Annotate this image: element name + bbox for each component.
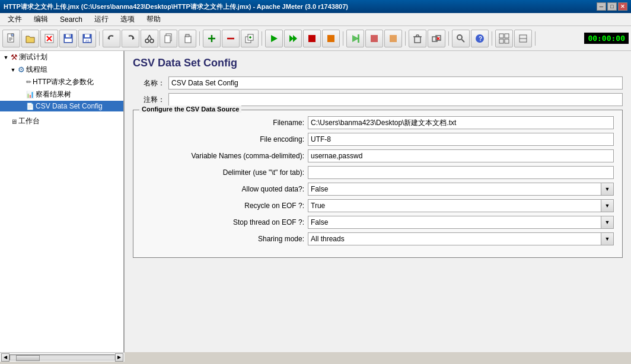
varnames-label: Variable Names (comma-delimited): (142, 152, 308, 160)
filename-row: Filename: (142, 116, 614, 129)
stopthread-dropdown-arrow[interactable]: ▼ (601, 216, 614, 229)
sep6 (448, 31, 449, 46)
sep7 (492, 31, 492, 46)
recycle-row: Recycle on EOF ?: True ▼ (142, 199, 614, 212)
name-input[interactable] (168, 76, 623, 90)
menu-file[interactable]: 文件 (2, 12, 27, 26)
stop-button[interactable] (303, 30, 321, 47)
sharing-select-wrap: All threads ▼ (308, 232, 614, 245)
expand-icon-ws (2, 118, 9, 125)
undo-button[interactable] (103, 30, 120, 47)
sep5 (405, 31, 406, 46)
name-row: 名称： (133, 76, 623, 90)
recycle-dropdown-arrow[interactable]: ▼ (601, 199, 614, 212)
clear-all-button[interactable] (428, 30, 445, 47)
menu-search[interactable]: Search (55, 14, 88, 25)
quoted-select-wrap: False ▼ (308, 183, 614, 196)
scroll-right-btn[interactable]: ▶ (115, 353, 123, 362)
tree-item-workspace[interactable]: 🖥 工作台 (0, 115, 123, 127)
tree-label-http-params: HTTP请求之参数化 (33, 77, 94, 87)
horizontal-scrollbar[interactable]: ◀ ▶ (0, 352, 125, 362)
open-button[interactable] (21, 30, 39, 47)
svg-rect-57 (505, 39, 509, 43)
scroll-left-btn[interactable]: ◀ (1, 353, 9, 362)
help-toolbar-button[interactable]: ? (471, 30, 489, 47)
window-title: HTTP请求之文件上传.jmx (C:\Users\banma423\Deskt… (4, 2, 597, 11)
tree-item-csv-config[interactable]: 📄 CSV Data Set Config (0, 101, 123, 111)
quoted-label: Allow quoted data?: (142, 185, 308, 193)
svg-rect-55 (505, 34, 509, 38)
svg-rect-24 (186, 34, 189, 37)
remote-start-button[interactable] (346, 30, 364, 47)
main-layout: ▼ ⚒ 测试计划 ▼ ⚙ 线程组 ✏ HTTP请求之参数化 📊 察看结果树 📄 … (0, 51, 631, 352)
svg-text:?: ? (479, 36, 482, 42)
new-button[interactable] (2, 30, 20, 47)
expand-icon-2[interactable]: ▼ (9, 66, 17, 74)
paste-button[interactable] (179, 30, 196, 47)
start-no-pause-button[interactable] (284, 30, 302, 47)
scroll-thumb[interactable] (16, 355, 40, 361)
minimize-button[interactable]: ─ (597, 2, 606, 11)
stopthread-value: False (308, 216, 601, 229)
save-button[interactable] (59, 30, 77, 47)
duplicate-button[interactable] (241, 30, 259, 47)
svg-rect-54 (499, 34, 503, 38)
varnames-input[interactable] (308, 149, 614, 162)
cut-button[interactable] (141, 30, 158, 47)
add-button[interactable] (203, 30, 221, 47)
menu-run[interactable]: 运行 (89, 12, 114, 26)
section-legend: Configure the CSV Data Source (139, 106, 241, 113)
filename-label: Filename: (142, 119, 308, 127)
config-panel: CSV Data Set Config 名称： 注释： Configure th… (125, 51, 631, 352)
scroll-track[interactable] (9, 355, 115, 360)
expand-button[interactable] (495, 30, 513, 47)
tree-label-view-results: 察看结果树 (36, 90, 71, 100)
svg-rect-56 (499, 39, 503, 43)
recycle-label: Recycle on EOF ?: (142, 202, 308, 210)
menu-options[interactable]: 选项 (115, 12, 140, 26)
tree-item-http-params[interactable]: ✏ HTTP请求之参数化 (0, 76, 123, 88)
svg-text:AS: AS (85, 39, 90, 43)
tree-item-view-results[interactable]: 📊 察看结果树 (0, 88, 123, 101)
menu-bar: 文件 编辑 Search 运行 选项 帮助 (0, 13, 631, 26)
redo-button[interactable] (122, 30, 139, 47)
search-toolbar-button[interactable] (452, 30, 470, 47)
remove-button[interactable] (222, 30, 240, 47)
sep4 (343, 31, 343, 46)
encoding-input[interactable] (308, 133, 614, 146)
collapse-button[interactable] (514, 30, 532, 47)
remote-shutdown-button[interactable] (384, 30, 402, 47)
shutdown-button[interactable] (322, 30, 340, 47)
menu-edit[interactable]: 编辑 (28, 12, 53, 26)
delimiter-row: Delimiter (use "\t" for tab): (142, 166, 614, 179)
window-controls: ─ □ ✕ (597, 2, 627, 11)
remote-stop-button[interactable] (365, 30, 383, 47)
svg-rect-22 (165, 36, 170, 43)
svg-rect-35 (308, 35, 316, 42)
tree-item-thread-group[interactable]: ▼ ⚙ 线程组 (0, 63, 123, 76)
maximize-button[interactable]: □ (607, 2, 617, 11)
svg-rect-40 (390, 35, 397, 42)
filename-input[interactable] (308, 116, 614, 129)
delimiter-input[interactable] (308, 166, 614, 179)
start-button[interactable] (265, 30, 283, 47)
menu-help[interactable]: 帮助 (141, 12, 166, 26)
close-button[interactable]: ✕ (618, 2, 627, 11)
close-file-button[interactable] (40, 30, 58, 47)
copy-button[interactable] (160, 30, 177, 47)
svg-rect-46 (432, 37, 437, 41)
comment-input[interactable] (168, 93, 623, 106)
tree-item-test-plan[interactable]: ▼ ⚒ 测试计划 (0, 51, 123, 63)
clear-button[interactable] (409, 30, 426, 47)
sep1 (99, 31, 100, 46)
sharing-dropdown-arrow[interactable]: ▼ (601, 232, 614, 245)
stopthread-label: Stop thread on EOF ?: (142, 218, 308, 226)
quoted-dropdown-arrow[interactable]: ▼ (601, 183, 614, 196)
expand-icon[interactable]: ▼ (2, 54, 9, 61)
saveas-button[interactable]: AS (78, 30, 96, 47)
svg-marker-33 (289, 35, 294, 42)
svg-rect-36 (327, 35, 334, 42)
svg-point-50 (457, 35, 462, 40)
tree-label-thread-group: 线程组 (26, 65, 47, 75)
toolbar: AS (0, 26, 631, 51)
